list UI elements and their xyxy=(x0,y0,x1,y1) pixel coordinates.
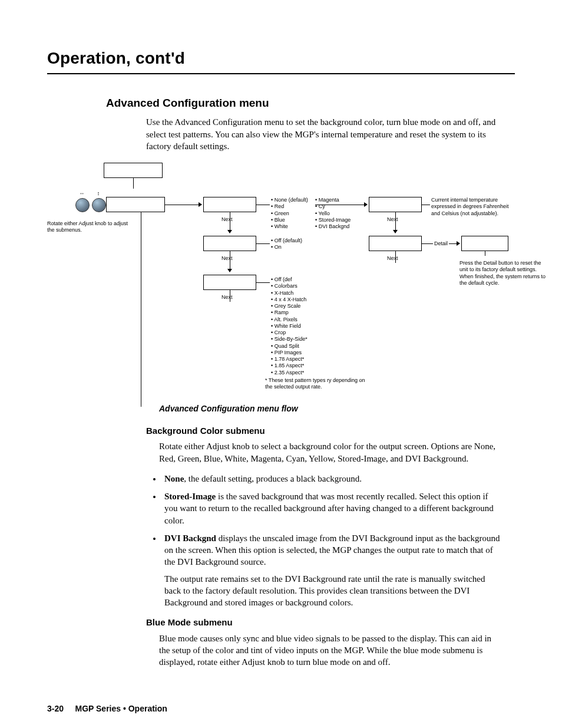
arrow-icon xyxy=(364,202,368,207)
section-heading: Advanced Configuration menu xyxy=(106,95,515,111)
diagram-box-blue-mode xyxy=(203,236,256,251)
bold-term: None xyxy=(164,474,184,483)
vert-arrow-icon: ↕ xyxy=(92,191,105,197)
page-footer: 3-20 MGP Series • Operation xyxy=(47,703,515,714)
diagram-box-temperature xyxy=(369,197,422,212)
detail-label: Detail xyxy=(434,241,448,247)
menu-flow-diagram: ↔ ↕ Rotate either Adjust knob to adjust … xyxy=(47,163,513,393)
bg-subhead: Background Color submenu xyxy=(146,425,515,437)
connector xyxy=(422,205,430,205)
next-label: Next xyxy=(387,256,398,262)
connector xyxy=(230,251,230,269)
connector xyxy=(422,243,433,244)
connector xyxy=(352,205,364,205)
connector xyxy=(165,205,199,205)
connector xyxy=(395,251,396,263)
next-label: Next xyxy=(222,256,233,262)
reset-note: Press the Detail button to reset the uni… xyxy=(459,260,548,286)
bg-color-list-2: Magenta Cy Yello Stored-Image DVI Backgn… xyxy=(315,197,351,230)
next-label: Next xyxy=(222,217,233,223)
test-pattern-list: Off (def Colorbars X-Hatch 4 x 4 X-Hatch… xyxy=(271,276,308,376)
list-item: Stored-Image is the saved background tha… xyxy=(162,490,503,526)
list-item: DVI Backgnd displays the unscaled image … xyxy=(162,532,503,609)
test-pattern-note: * These test pattern types ry depending … xyxy=(265,377,365,391)
diagram-box-advanced xyxy=(106,197,165,212)
connector xyxy=(449,243,457,244)
figure-caption: Advanced Configuration menu flow xyxy=(159,403,515,414)
connector xyxy=(485,251,485,255)
bg-color-list-1: None (default) Red Green Blue White xyxy=(271,197,308,230)
diagram-box-bg-color xyxy=(203,197,256,212)
list-item: None, the default setting, produces a bl… xyxy=(162,473,503,485)
bold-term: DVI Backgnd xyxy=(164,533,216,543)
list-text: , the default setting, produces a black … xyxy=(184,474,362,483)
rotate-note: Rotate either Adjust knob to adjust the … xyxy=(47,220,130,234)
connector xyxy=(256,243,270,244)
blue-paragraph: Blue mode causes only sync and blue vide… xyxy=(159,633,503,668)
diagram-box-test-pattern xyxy=(203,275,256,290)
page-number: 3-20 xyxy=(47,704,64,713)
arrow-icon xyxy=(199,202,202,207)
connector xyxy=(141,212,141,407)
connector xyxy=(395,212,396,230)
adjust-knob-icon xyxy=(75,198,90,212)
bold-term: Stored-Image xyxy=(164,492,216,501)
blue-mode-list: Off (default) On xyxy=(271,238,302,251)
temperature-note: Current internal temperature expressed i… xyxy=(431,197,514,217)
arrow-icon xyxy=(457,241,460,246)
arrow-icon xyxy=(227,269,232,272)
connector xyxy=(256,205,270,205)
footer-product: MGP Series • Operation xyxy=(75,704,167,713)
arrow-icon xyxy=(393,230,398,233)
bg-paragraph: Rotate either Adjust knob to select a ba… xyxy=(159,440,503,465)
page: Operation, cont'd Advanced Configuration… xyxy=(47,47,515,714)
adjust-knob-icon xyxy=(92,198,106,212)
arrow-icon xyxy=(227,230,232,233)
diagram-box-reset xyxy=(369,236,422,251)
list-followon: The output rate remains set to the DVI B… xyxy=(164,573,503,609)
connector xyxy=(230,212,230,230)
diagram-box-reset-action xyxy=(461,236,508,251)
diagram-box-menu xyxy=(104,163,163,178)
intro-paragraph: Use the Advanced Configuration menu to s… xyxy=(146,116,503,152)
chapter-rule xyxy=(47,73,515,74)
connector xyxy=(256,282,270,283)
chapter-title: Operation, cont'd xyxy=(47,47,515,70)
blue-subhead: Blue Mode submenu xyxy=(146,617,515,628)
bg-bullet-list: None, the default setting, produces a bl… xyxy=(162,473,503,609)
connector xyxy=(133,185,134,189)
horiz-arrow-icon: ↔ xyxy=(75,191,88,197)
next-label: Next xyxy=(387,217,398,223)
next-label: Next xyxy=(222,295,233,301)
connector xyxy=(230,290,230,302)
